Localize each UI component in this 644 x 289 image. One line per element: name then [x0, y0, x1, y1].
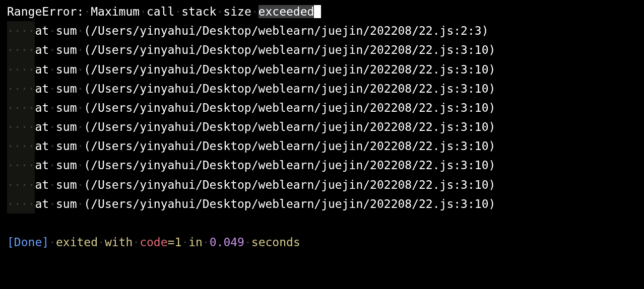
status-done: Done: [14, 236, 42, 249]
status-in: in: [188, 236, 203, 249]
stack-path: (/Users/yinyahui/Desktop/weblearn/juejin…: [84, 101, 495, 114]
status-code-val: 1: [174, 236, 181, 249]
indent-dots: ····: [7, 136, 35, 156]
blank-line: [7, 213, 637, 233]
error-message: Maximum·call·stack·size: [91, 5, 251, 18]
indent-dots: ····: [7, 156, 35, 175]
stack-frame: ····at·sum·(/Users/yinyahui/Desktop/webl…: [7, 194, 637, 213]
stack-func: sum: [56, 82, 77, 95]
stack-func: sum: [56, 197, 77, 210]
stack-func: sum: [56, 43, 77, 56]
error-highlighted-word: exceeded: [259, 5, 314, 18]
stack-at: at: [35, 24, 49, 37]
indent-dots: ····: [7, 21, 35, 40]
indent-dots: ····: [7, 194, 35, 213]
stack-func: sum: [56, 120, 77, 133]
terminal-output[interactable]: RangeError:·Maximum·call·stack·size·exce…: [0, 0, 644, 254]
stack-path: (/Users/yinyahui/Desktop/weblearn/juejin…: [84, 159, 495, 172]
indent-dots: ····: [7, 117, 35, 136]
indent-dots: ····: [7, 60, 35, 79]
indent-dots: ····: [7, 175, 35, 194]
stack-func: sum: [56, 139, 77, 153]
stack-path: (/Users/yinyahui/Desktop/weblearn/juejin…: [84, 63, 495, 76]
stack-frame: ····at·sum·(/Users/yinyahui/Desktop/webl…: [7, 156, 637, 175]
stack-func: sum: [56, 178, 77, 191]
error-type: RangeError:: [7, 5, 84, 18]
stack-frame: ····at·sum·(/Users/yinyahui/Desktop/webl…: [7, 79, 637, 98]
stack-path: (/Users/yinyahui/Desktop/weblearn/juejin…: [84, 197, 495, 210]
stack-path: (/Users/yinyahui/Desktop/weblearn/juejin…: [84, 178, 495, 191]
error-header-line: RangeError:·Maximum·call·stack·size·exce…: [7, 2, 637, 21]
stack-at: at: [35, 43, 49, 56]
status-exited: exited·with: [56, 236, 133, 249]
stack-trace: ····at·sum·(/Users/yinyahui/Desktop/webl…: [7, 21, 637, 213]
stack-frame: ····at·sum·(/Users/yinyahui/Desktop/webl…: [7, 175, 637, 194]
stack-frame: ····at·sum·(/Users/yinyahui/Desktop/webl…: [7, 60, 637, 79]
stack-at: at: [35, 197, 49, 210]
status-line: [Done]·exited·with·code=1·in·0.049·secon…: [7, 233, 637, 252]
stack-func: sum: [56, 24, 77, 37]
indent-dots: ····: [7, 98, 35, 117]
stack-path: (/Users/yinyahui/Desktop/weblearn/juejin…: [84, 24, 488, 37]
stack-func: sum: [56, 159, 77, 172]
stack-at: at: [35, 159, 49, 172]
stack-path: (/Users/yinyahui/Desktop/weblearn/juejin…: [84, 43, 495, 56]
status-time: 0.049: [210, 236, 244, 249]
indent-dots: ····: [7, 79, 35, 98]
stack-at: at: [35, 178, 49, 191]
stack-path: (/Users/yinyahui/Desktop/weblearn/juejin…: [84, 82, 495, 95]
stack-func: sum: [56, 101, 77, 114]
status-code-key: code: [140, 236, 167, 249]
stack-frame: ····at·sum·(/Users/yinyahui/Desktop/webl…: [7, 136, 637, 156]
stack-frame: ····at·sum·(/Users/yinyahui/Desktop/webl…: [7, 21, 637, 40]
status-equals: =: [168, 236, 175, 249]
status-bracket-close: ]: [42, 236, 49, 249]
status-seconds: seconds: [251, 236, 300, 249]
terminal-cursor: [314, 5, 321, 18]
stack-frame: ····at·sum·(/Users/yinyahui/Desktop/webl…: [7, 117, 637, 136]
stack-path: (/Users/yinyahui/Desktop/weblearn/juejin…: [84, 139, 495, 153]
stack-func: sum: [56, 63, 77, 76]
status-bracket-open: [: [7, 236, 14, 249]
indent-dots: ····: [7, 40, 35, 59]
stack-at: at: [35, 101, 49, 114]
stack-frame: ····at·sum·(/Users/yinyahui/Desktop/webl…: [7, 40, 637, 59]
stack-at: at: [35, 63, 49, 76]
stack-at: at: [35, 82, 49, 95]
stack-at: at: [35, 139, 49, 153]
stack-at: at: [35, 120, 49, 133]
stack-frame: ····at·sum·(/Users/yinyahui/Desktop/webl…: [7, 98, 637, 117]
stack-path: (/Users/yinyahui/Desktop/weblearn/juejin…: [84, 120, 495, 133]
